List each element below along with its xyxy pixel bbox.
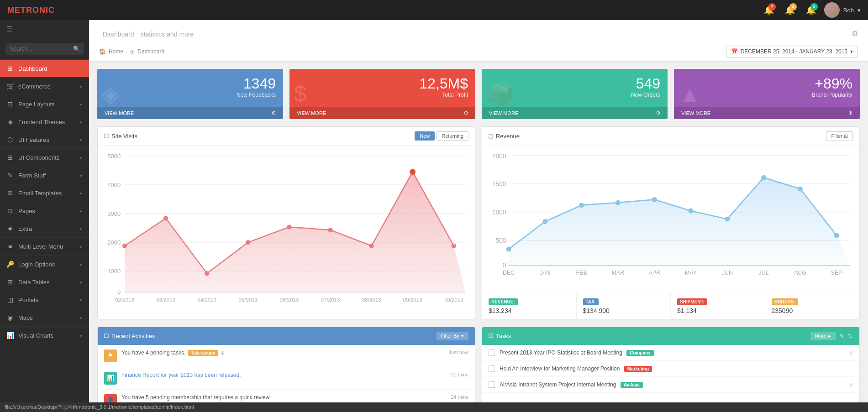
orders-value: 549 — [489, 76, 660, 91]
svg-text:3000: 3000 — [107, 210, 121, 217]
multi-level-menu-icon: ≡ — [6, 243, 14, 250]
date-range-button[interactable]: 📅 DECEMBER 25, 2014 - JANUARY 23, 2015 ▾ — [726, 46, 858, 57]
sidebar: ☰ 🔍 ⊞ Dashboard 🛒 — [0, 20, 89, 412]
chevron-right-icon-3: ▸ — [80, 119, 83, 125]
finance-report-link[interactable]: Finance Report for year 2013 has been re… — [121, 372, 241, 378]
svg-point-15 — [205, 271, 209, 276]
activities-sq — [104, 334, 109, 338]
sidebar-item-extra[interactable]: ★ Extra ▸ — [0, 220, 89, 238]
sidebar-item-ui-features[interactable]: ⬡ UI Features ▸ — [0, 131, 89, 149]
charts-row: Site Visits New Returning 5000 4000 3000 — [97, 126, 860, 319]
sidebar-item-maps[interactable]: ◉ Maps ▸ — [0, 309, 89, 327]
chevron-right-icon-9: ▸ — [80, 226, 83, 232]
extra-icon: ★ — [6, 225, 14, 232]
orders-footer[interactable]: VIEW MORE ⊕ — [482, 107, 668, 119]
svg-text:1500: 1500 — [492, 181, 506, 188]
feedbacks-footer[interactable]: VIEW MORE ⊕ — [97, 107, 283, 119]
svg-text:07/2013: 07/2013 — [321, 297, 340, 302]
calendar-icon: 📅 — [731, 48, 738, 55]
tasks-panel-body: Present 2013 Year IPO Statistics at Boar… — [482, 345, 859, 393]
svg-text:10/2013: 10/2013 — [444, 297, 463, 302]
popularity-label: Brand Popularity — [681, 92, 852, 98]
activity-content-1: You have 4 pending tasks. Take action ⊞ — [121, 349, 444, 356]
sidebar-label-visual-charts: Visual Charts — [18, 332, 53, 339]
sidebar-item-form-stuff[interactable]: ✎ Form Stuff ▸ — [0, 167, 89, 184]
chevron-right-icon-12: ▸ — [80, 279, 83, 285]
sidebar-item-pages[interactable]: ⊟ Pages ▸ — [0, 202, 89, 220]
sidebar-item-portlets[interactable]: ◫ Portlets ▸ — [0, 291, 89, 309]
task-checkbox-2[interactable] — [489, 365, 495, 372]
site-visits-body: 5000 4000 3000 2000 1000 0 — [98, 146, 475, 307]
task-checkbox-3[interactable] — [489, 381, 495, 388]
circle-arrow-icon-4: ⊕ — [848, 110, 852, 116]
profit-footer-text: VIEW MORE — [297, 110, 326, 116]
notification-bell-2[interactable]: 🔔 4 — [782, 2, 798, 18]
revenue-filter-button[interactable]: Filter ⊞ — [826, 131, 853, 141]
svg-text:MAR: MAR — [612, 270, 625, 276]
stat-card-orders: 📦 549 New Orders VIEW MORE ⊕ — [482, 69, 668, 119]
sidebar-label-extra: Extra — [18, 225, 32, 232]
rev-stat-tax: TAX: $134,900 — [577, 293, 671, 319]
tasks-panel-actions: More ▸ ✎ ↻ — [810, 332, 853, 340]
sidebar-item-login-options[interactable]: 🔑 Login Options ▸ — [0, 256, 89, 273]
tasks-edit-icon[interactable]: ✎ — [839, 333, 844, 339]
svg-point-48 — [725, 216, 730, 221]
sidebar-item-data-tables[interactable]: ⊞ Data Tables ▸ — [0, 273, 89, 291]
circle-arrow-icon-1: ⊕ — [272, 110, 276, 116]
brand-prefix: METRO — [7, 5, 39, 15]
user-menu[interactable]: Bob ▾ — [824, 2, 861, 18]
sidebar-label-multi-level-menu: Multi Level Menu — [18, 243, 63, 250]
revenue-value: $13,234 — [489, 307, 570, 314]
sidebar-item-page-layouts[interactable]: ⊡ Page Layouts ▸ — [0, 95, 89, 113]
pages-icon: ⊟ — [6, 207, 14, 214]
svg-text:03/2013: 03/2013 — [156, 297, 175, 302]
orders-label: ORDERS: — [772, 298, 798, 305]
revenue-header: Revenue Filter ⊞ — [482, 127, 859, 146]
sidebar-item-dashboard[interactable]: ⊞ Dashboard — [0, 60, 89, 78]
date-range-text: DECEMBER 25, 2014 - JANUARY 23, 2015 — [741, 48, 847, 55]
revenue-title: Revenue — [489, 133, 520, 140]
recent-activities-panel: Recent Activities Filter By ▾ ⚑ — [97, 327, 475, 412]
sidebar-toggle[interactable]: ☰ — [0, 20, 89, 38]
profit-footer[interactable]: VIEW MORE ⊕ — [289, 107, 475, 119]
new-button[interactable]: New — [415, 131, 435, 141]
breadcrumb-home[interactable]: Home — [109, 48, 123, 55]
sidebar-label-frontend-themes: Frontend Themes — [18, 119, 65, 125]
sidebar-item-email-templates[interactable]: ✉ Email Templates ▸ — [0, 184, 89, 202]
notification-bell-1[interactable]: 🔔 7 — [761, 2, 777, 18]
sidebar-item-visual-charts[interactable]: 📊 Visual Charts ▸ — [0, 327, 89, 344]
svg-text:1000: 1000 — [492, 209, 506, 216]
tasks-refresh-icon[interactable]: ↻ — [848, 333, 853, 339]
sidebar-item-frontend-themes[interactable]: ◈ Frontend Themes ▸ — [0, 113, 89, 131]
popularity-footer[interactable]: VIEW MORE ⊕ — [674, 107, 860, 119]
settings-gear-icon[interactable]: ⚙ — [852, 29, 858, 38]
svg-point-18 — [328, 228, 332, 232]
chevron-right-icon-7: ▸ — [80, 190, 83, 196]
tasks-more-button[interactable]: More ▸ — [810, 332, 836, 340]
sidebar-item-ui-components[interactable]: ⊞ UI Components ▸ — [0, 149, 89, 167]
chevron-right-icon: ▸ — [80, 83, 83, 89]
take-action-tag[interactable]: Take action — [188, 350, 218, 356]
svg-text:04/2013: 04/2013 — [197, 297, 216, 302]
svg-text:JUN: JUN — [722, 270, 733, 276]
sidebar-item-ecommerce[interactable]: 🛒 eCommerce ▸ — [0, 78, 89, 95]
task-checkbox-1[interactable] — [489, 349, 495, 356]
filter-by-button[interactable]: Filter By ▾ — [437, 332, 468, 340]
notification-bell-3[interactable]: 🔔 3 — [803, 2, 819, 18]
svg-point-14 — [163, 216, 168, 220]
bottom-row: Recent Activities Filter By ▾ ⚑ — [97, 327, 860, 412]
chevron-right-icon-14: ▸ — [80, 315, 83, 321]
task-edit-icon-3[interactable]: ⊞ — [848, 381, 853, 388]
search-input[interactable] — [5, 43, 84, 55]
feedbacks-value: 1349 — [105, 76, 276, 91]
svg-point-47 — [689, 209, 694, 214]
task-tag-1: Company — [626, 350, 654, 356]
task-edit-icon-1[interactable]: ⊞ — [848, 349, 853, 356]
site-visits-svg: 5000 4000 3000 2000 1000 0 — [104, 150, 468, 303]
ui-components-icon: ⊞ — [6, 154, 14, 161]
svg-point-43 — [542, 219, 547, 224]
breadcrumb-dashboard[interactable]: Dashboard — [137, 48, 164, 55]
returning-button[interactable]: Returning — [437, 131, 468, 141]
data-tables-icon: ⊞ — [6, 278, 14, 286]
sidebar-item-multi-level-menu[interactable]: ≡ Multi Level Menu ▸ — [0, 238, 89, 256]
